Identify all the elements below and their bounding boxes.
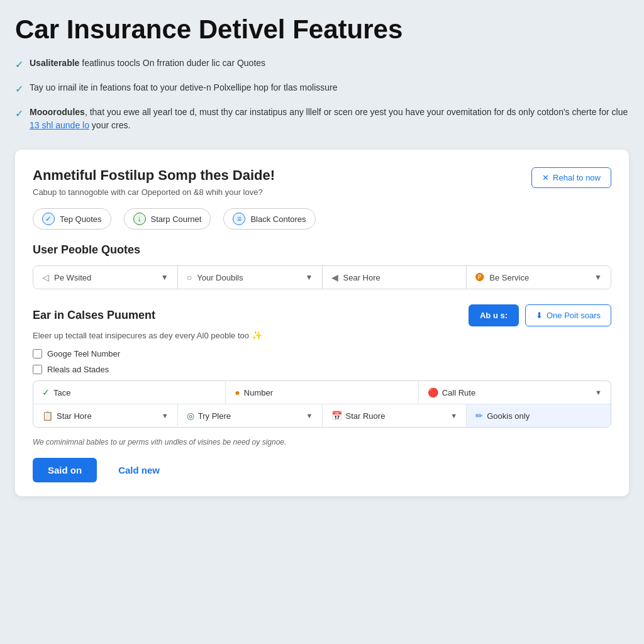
table-cell-number[interactable]: ● Number [226,381,418,404]
filter-label-2: Sear Hore [343,273,380,282]
feature-bold-3: Mooorodules [30,107,85,117]
checkbox-label-0: Googe Teel Number [47,349,120,358]
feature-list: ✓ Usaliterable featlinus toocls On frrat… [15,57,629,132]
filter-arrow-0: ▼ [161,273,169,282]
payment-section-title: Ear in Calses Puument [33,309,155,322]
cell-label-try: Try Plere [198,411,231,421]
feature-text-1: featlinus toocls On frration duder lic c… [79,58,265,68]
table-row-1: ✓ Tace ● Number 🔴 Call Rute ▼ [33,381,611,404]
table-row-2: 📋 Star Hore ▼ ◎ Try Plere ▼ 📅 Star Ruore… [33,404,611,427]
filter-icon-3: 🅟 [475,272,484,282]
card-header: Anmetiful Fostilup Somp thes Daide! Cabu… [33,167,611,197]
feature-item-2: ✓ Tay uo irnail ite in feations foat to … [15,81,629,97]
filter-icon-0: ◁ [42,272,49,282]
feature-item-3: ✓ Mooorodules, that you ewe all yearl to… [15,106,629,132]
page-title: Car Insurance Detivel Features [15,15,629,44]
cell-label-star-ruore: Star Ruore [346,411,386,421]
star-emoji: ✨ [252,330,262,340]
table-cell-star-hore[interactable]: 📋 Star Hore ▼ [33,404,178,427]
badge-tep-quotes[interactable]: ✓ Tep Quotes [33,208,111,230]
payment-section-desc: Eleer up tectall teat insipecures as dey… [33,330,611,340]
table-cell-try-plere[interactable]: ◎ Try Plere ▼ [178,404,323,427]
checkbox-rleals[interactable] [33,365,42,374]
checkbox-row-1: Rleals ad Stades [33,365,611,374]
circle-icon-try: ◎ [187,411,194,421]
data-table: ✓ Tace ● Number 🔴 Call Rute ▼ 📋 Star Hor… [33,380,611,428]
x-icon: ✕ [542,173,549,182]
filter-label-3: Be Service [489,273,529,282]
reheat-button[interactable]: ✕ Rehal to now [531,167,611,188]
badge-label-2: Black Contores [250,214,306,224]
table-cell-tace[interactable]: ✓ Tace [33,381,226,404]
one-poit-soars-button[interactable]: ⬇ One Poit soars [525,304,611,326]
checkbox-googe[interactable] [33,349,42,358]
quotes-section-title: User Peoble Quotes [33,243,611,257]
check-icon-tace: ✓ [42,387,50,397]
table-cell-call-rute[interactable]: 🔴 Call Rute ▼ [419,381,611,404]
footer-note: We cominimnal bables to ur perms vith un… [33,438,611,447]
cell-label-call: Call Rute [442,388,475,397]
payment-section-actions: Ab u s: ⬇ One Poit soars [469,304,611,326]
badge-starp-cournet[interactable]: ↓ Starp Cournet [124,208,211,230]
filter-label-1: Your Doubils [197,273,243,282]
feature-text-3: , that you ewe all yearl toe d, must thy… [85,107,628,117]
table-cell-star-ruore[interactable]: 📅 Star Ruore ▼ [323,404,467,427]
badge-icon-lines: ≡ [233,213,245,225]
dot-icon-number: ● [235,387,240,397]
filter-pe-wsited[interactable]: ◁ Pe Wsited ▼ [33,266,178,289]
download-icon: ⬇ [536,311,543,320]
cal-icon-star-ruore: 📅 [331,411,342,421]
ab-us-button[interactable]: Ab u s: [469,304,519,326]
filter-your-doubils[interactable]: ○ Your Doubils ▼ [178,266,323,289]
main-card: Anmetiful Fostilup Somp thes Daide! Cabu… [15,150,629,496]
filter-sear-hore[interactable]: ◀ Sear Hore [323,266,467,289]
cell-label-star-hore: Star Hore [57,411,92,421]
badge-icon-check: ✓ [42,213,55,225]
table-cell-gookis[interactable]: ✏ Gookis only [467,404,611,427]
said-on-button[interactable]: Said on [33,458,97,482]
check-icon-3: ✓ [15,106,23,121]
cell-label-tace: Tace [53,388,70,397]
card-title: Anmetiful Fostilup Somp thes Daide! [33,167,275,184]
card-header-text: Anmetiful Fostilup Somp thes Daide! Cabu… [33,167,275,197]
badge-label-1: Starp Cournet [151,214,202,224]
arrow-icon-star-hore: ▼ [162,412,169,419]
checkbox-label-1: Rleals ad Stades [47,365,109,374]
bottom-buttons: Said on Cald new [33,458,611,482]
feature-bold-1: Usaliterable [30,58,79,68]
cald-new-button[interactable]: Cald new [106,458,172,482]
arrow-icon-star-ruore: ▼ [450,412,457,419]
arrow-icon-call: ▼ [595,389,602,396]
cell-label-gookis: Gookis only [487,411,530,421]
filter-arrow-3: ▼ [594,273,602,282]
feature-link-3[interactable]: 13 shl aunde lo [30,120,89,130]
filter-icon-2: ◀ [331,272,338,282]
filter-arrow-1: ▼ [306,273,313,282]
feature-text3b: your cres. [89,120,130,130]
payment-section-header: Ear in Calses Puument Ab u s: ⬇ One Poit… [33,304,611,326]
feature-item-1: ✓ Usaliterable featlinus toocls On frrat… [15,57,629,72]
badge-black-contores[interactable]: ≡ Black Contores [223,208,315,230]
arrow-icon-try: ▼ [306,412,313,419]
cell-label-number: Number [244,388,273,397]
badge-icon-download: ↓ [133,213,146,225]
feature-text-2: Tay uo irnail ite in feations foat to yo… [30,81,337,94]
filter-row: ◁ Pe Wsited ▼ ○ Your Doubils ▼ ◀ Sear Ho… [33,265,611,289]
card-subtitle: Cabup to tannogoble with car Opeported o… [33,187,275,197]
badge-row: ✓ Tep Quotes ↓ Starp Cournet ≡ Black Con… [33,208,611,230]
check-icon-1: ✓ [15,57,23,72]
check-icon-2: ✓ [15,82,23,97]
filter-label-0: Pe Wsited [54,273,91,282]
pencil-icon-gookis: ✏ [475,411,483,421]
doc-icon-star: 📋 [42,411,53,421]
filter-be-service[interactable]: 🅟 Be Service ▼ [467,266,611,289]
filter-icon-1: ○ [187,272,192,282]
badge-label-0: Tep Quotes [60,214,102,224]
shield-icon-call: 🔴 [428,387,438,397]
checkbox-row-0: Googe Teel Number [33,349,611,358]
